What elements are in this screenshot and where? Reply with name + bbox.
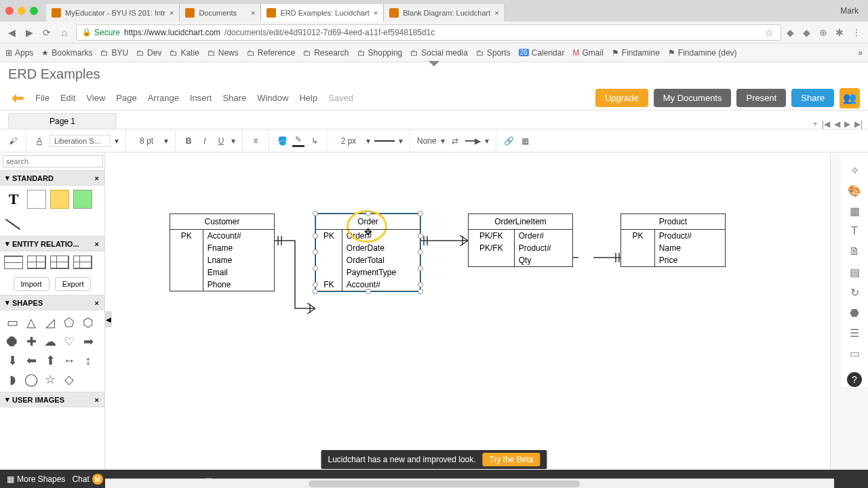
menu-file[interactable]: File <box>35 93 50 103</box>
swap-arrows-icon[interactable]: ⇄ <box>449 135 461 147</box>
entity-order[interactable]: ✥ Order PKOrder# OrderDate OrderTotal Pa… <box>315 214 420 291</box>
layers-icon[interactable]: ☰ <box>848 326 861 340</box>
shape-hexagon[interactable]: ⬡ <box>80 314 96 331</box>
close-tab-icon[interactable]: × <box>251 9 255 17</box>
close-tab-icon[interactable]: × <box>374 9 378 17</box>
menu-edit[interactable]: Edit <box>60 93 75 103</box>
import-button[interactable]: Import <box>14 277 50 291</box>
3d-icon[interactable]: ⬣ <box>848 306 861 319</box>
shape-pentagon[interactable]: ⬠ <box>61 314 77 331</box>
italic-button[interactable]: I <box>199 135 211 147</box>
shape-arrow-left[interactable]: ⬅ <box>23 352 39 369</box>
chrome-menu-icon[interactable]: ⋮ <box>852 27 863 38</box>
menu-window[interactable]: Window <box>257 93 288 103</box>
bookmark-folder[interactable]: 🗀 Dev <box>136 48 161 58</box>
try-beta-button[interactable]: Try the Beta <box>483 453 540 466</box>
share-button[interactable]: Share <box>791 89 834 107</box>
selection-handle[interactable] <box>418 233 423 239</box>
line-width-stepper-icon[interactable]: ▾ <box>366 136 370 146</box>
add-page-icon[interactable]: + <box>813 119 818 129</box>
collapse-icon[interactable]: ▾ <box>5 239 9 248</box>
menu-insert[interactable]: Insert <box>190 93 212 103</box>
menu-view[interactable]: View <box>86 93 105 103</box>
bookmark-folder[interactable]: 🗀 BYU <box>100 48 128 58</box>
theme-icon[interactable]: 🎨 <box>848 184 861 197</box>
entity-customer[interactable]: Customer PKAccount# Fname Lname Email Ph… <box>170 214 275 291</box>
line-options-icon[interactable]: ↳ <box>309 135 321 147</box>
bookmark-folder[interactable]: 🗀 Katie <box>170 48 199 58</box>
arrow-start-select[interactable]: None <box>417 136 437 146</box>
paint-format-icon[interactable]: 🖌 <box>7 135 19 147</box>
next-page-icon[interactable]: ▶ <box>844 119 850 129</box>
note-shape[interactable] <box>50 190 69 209</box>
text-panel-icon[interactable]: T <box>848 224 861 238</box>
close-tab-icon[interactable]: × <box>170 9 174 17</box>
panel-header-user-images[interactable]: ▾USER IMAGES× <box>0 392 104 407</box>
entity-orderlineitem[interactable]: OrderLineItem PK/FKOrder# PK/FKProduct# … <box>468 214 573 267</box>
address-bar[interactable]: Secure https://www.lucidchart.com/docume… <box>76 24 781 41</box>
maximize-window-button[interactable] <box>30 7 38 15</box>
apps-button[interactable]: ⊞ Apps <box>5 48 33 58</box>
bookmark-item[interactable]: M Gmail <box>572 48 603 58</box>
close-tab-icon[interactable]: × <box>494 9 498 17</box>
panel-header-shapes[interactable]: ▾SHAPES× <box>0 295 104 310</box>
bookmark-item[interactable]: ⚑ Findamine <box>612 48 660 58</box>
line-style-sample[interactable] <box>374 140 395 142</box>
bookmark-folder[interactable]: 🗀 Shopping <box>357 48 403 58</box>
erd-shape-1col[interactable] <box>4 256 23 269</box>
bookmark-item[interactable]: ⚑ Findamine (dev) <box>668 48 737 58</box>
browser-tab-active[interactable]: ERD Examples: Lucidchart× <box>261 4 384 22</box>
font-family-select[interactable]: Liberation S... <box>50 135 111 147</box>
browser-tab[interactable]: Documents× <box>180 4 261 22</box>
reload-button[interactable]: ⟳ <box>41 27 53 38</box>
shape-heart[interactable]: ♡ <box>61 333 77 350</box>
erd-shape-2col[interactable] <box>27 256 46 269</box>
underline-button[interactable]: U <box>215 135 227 147</box>
shape-arrow-bi-v[interactable]: ↕ <box>80 352 96 369</box>
fill-color-icon[interactable]: 🪣 <box>276 135 288 147</box>
shape-cross[interactable]: ✚ <box>23 333 39 350</box>
shape-ellipse[interactable]: ◯ <box>23 371 39 388</box>
shape-diamond[interactable]: ◇ <box>61 371 77 388</box>
selection-handle[interactable] <box>313 233 318 239</box>
shape-octagon[interactable]: ⯃ <box>4 333 20 350</box>
present-panel-icon[interactable]: ▭ <box>848 346 861 360</box>
arrow-end-dropdown-icon[interactable]: ▾ <box>485 136 489 146</box>
block-shape[interactable] <box>73 190 92 209</box>
arrow-start-dropdown-icon[interactable]: ▾ <box>441 136 445 146</box>
menu-share[interactable]: Share <box>222 93 246 103</box>
bookmark-item[interactable]: 26 Calendar <box>519 48 565 58</box>
lucidchart-logo-icon[interactable] <box>8 89 27 108</box>
bookmark-folder[interactable]: 🗀 Reference <box>247 48 295 58</box>
selection-handle[interactable] <box>366 289 371 294</box>
bookmark-folder[interactable]: 🗀 News <box>208 48 239 58</box>
shape-cloud[interactable]: ☁ <box>42 333 58 350</box>
horizontal-scrollbar[interactable] <box>105 479 834 488</box>
history-icon[interactable]: ↻ <box>848 285 861 299</box>
close-panel-icon[interactable]: × <box>95 240 99 248</box>
back-button[interactable]: ◀ <box>5 27 18 38</box>
prev-page-icon[interactable]: ◀ <box>834 119 840 129</box>
collapse-icon[interactable]: ▾ <box>5 298 9 307</box>
shape-right-triangle[interactable]: ◿ <box>42 314 58 331</box>
scrollbar-thumb[interactable] <box>309 481 580 487</box>
text-shape[interactable]: T <box>4 190 23 209</box>
last-page-icon[interactable]: ▶| <box>854 119 863 129</box>
shape-arrow-bi-h[interactable]: ↔ <box>61 352 77 369</box>
shape-callout[interactable]: ◗ <box>4 371 20 388</box>
upgrade-button[interactable]: Upgrade <box>595 89 648 107</box>
selection-handle[interactable] <box>418 211 423 216</box>
close-panel-icon[interactable]: × <box>95 174 99 182</box>
entity-product[interactable]: Product PKProduct# Name Price <box>620 214 726 267</box>
metrics-icon[interactable]: ▤ <box>848 265 861 279</box>
selection-handle[interactable] <box>418 266 423 271</box>
collapse-header-icon[interactable] <box>429 61 439 66</box>
collapse-icon[interactable]: ▾ <box>5 174 9 182</box>
link-icon[interactable]: 🔗 <box>503 135 515 147</box>
canvas-page[interactable]: ◀ Customer PKAccount# <box>105 152 831 470</box>
arrow-end-select[interactable]: ━━▶ <box>465 136 481 146</box>
shape-arrow-up[interactable]: ⬆ <box>42 352 58 369</box>
shape-arrow-down[interactable]: ⬇ <box>4 352 20 369</box>
browser-tab[interactable]: Blank Diagram: Lucidchart× <box>384 4 505 22</box>
browser-tab[interactable]: MyEducator - BYU IS 201: Intr× <box>46 4 180 22</box>
